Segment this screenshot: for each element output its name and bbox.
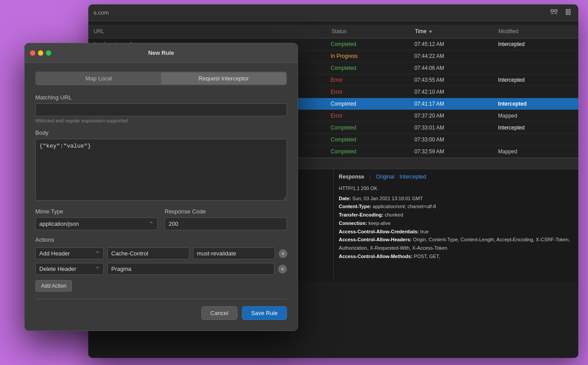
matching-url-hint: Wildcard and regular expression supporte…	[35, 118, 287, 123]
mime-type-group: Mime Type application/json text/html tex…	[35, 208, 158, 230]
action-row-2: Add Header Delete Header Modify Header ⌃…	[35, 263, 287, 275]
response-code-label: Response Code	[165, 208, 287, 215]
actions-section: Actions Add Header Delete Header Modify …	[35, 236, 287, 292]
mime-type-select[interactable]: application/json text/html text/plain ap…	[35, 217, 158, 230]
response-code-group: Response Code	[165, 208, 287, 230]
save-rule-button[interactable]: Save Rule	[242, 306, 287, 320]
modal-divider	[35, 299, 287, 299]
action-header-value-1[interactable]	[193, 247, 275, 259]
action-type-select-2[interactable]: Add Header Delete Header Modify Header	[35, 263, 104, 275]
action-header-name-2[interactable]	[107, 263, 275, 275]
response-code-input[interactable]	[165, 217, 287, 230]
matching-url-label: Matching URL	[35, 94, 287, 101]
body-label: Body	[35, 129, 287, 136]
mime-type-label: Mime Type	[35, 208, 158, 215]
traffic-lights	[30, 50, 51, 56]
action-row-1: Add Header Delete Header Modify Header ⌃…	[35, 247, 287, 259]
modal-footer: Cancel Save Rule	[35, 306, 287, 320]
modal-overlay: New Rule Map Local Request Interceptor M…	[0, 0, 588, 365]
tab-request-interceptor[interactable]: Request Interceptor	[161, 72, 286, 84]
action-header-name-1[interactable]	[107, 247, 189, 259]
remove-action-1-button[interactable]: ×	[279, 249, 287, 258]
mime-response-row: Mime Type application/json text/html tex…	[35, 208, 287, 230]
body-group: Body {"key":"value"}	[35, 129, 287, 202]
new-rule-modal: New Rule Map Local Request Interceptor M…	[24, 43, 298, 331]
action-type-select-wrapper-2: Add Header Delete Header Modify Header ⌃	[35, 263, 104, 275]
remove-action-2-button[interactable]: ×	[278, 265, 287, 274]
modal-titlebar: New Rule	[25, 43, 298, 63]
add-action-button[interactable]: Add Action	[35, 280, 72, 292]
close-button[interactable]	[30, 50, 35, 56]
maximize-button[interactable]	[46, 50, 51, 56]
action-type-select-1[interactable]: Add Header Delete Header Modify Header	[35, 247, 104, 259]
matching-url-group: Matching URL Wildcard and regular expres…	[35, 94, 287, 123]
modal-title: New Rule	[148, 49, 174, 56]
action-type-select-wrapper-1: Add Header Delete Header Modify Header ⌃	[35, 247, 104, 259]
tab-switcher: Map Local Request Interceptor	[35, 72, 287, 85]
modal-body: Map Local Request Interceptor Matching U…	[25, 63, 298, 331]
cancel-button[interactable]: Cancel	[201, 306, 237, 320]
tab-map-local[interactable]: Map Local	[36, 72, 161, 84]
matching-url-input[interactable]	[35, 103, 287, 116]
mime-type-select-wrapper: application/json text/html text/plain ap…	[35, 217, 158, 230]
body-textarea[interactable]: {"key":"value"}	[35, 139, 287, 201]
actions-label: Actions	[35, 236, 287, 243]
minimize-button[interactable]	[38, 50, 43, 56]
